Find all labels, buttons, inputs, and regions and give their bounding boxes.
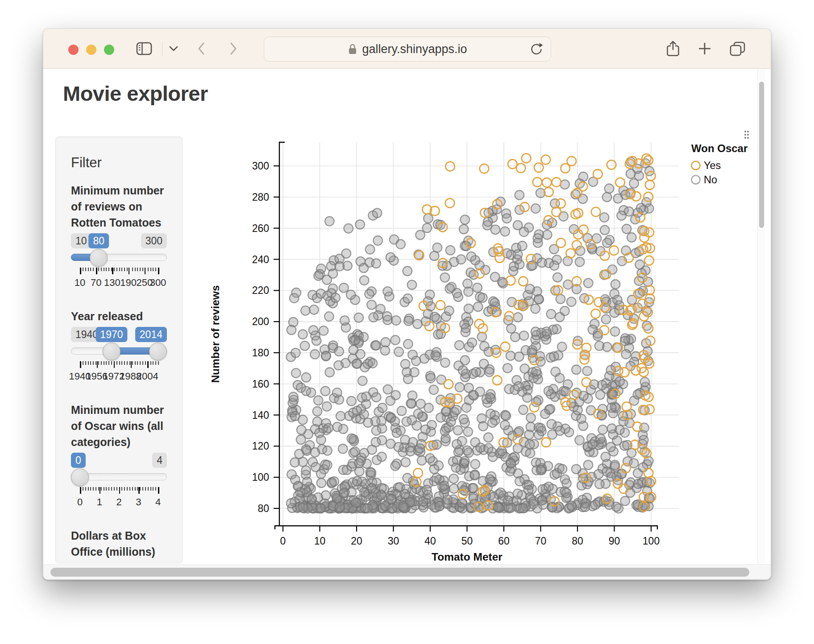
- scatter-point[interactable]: [645, 180, 655, 190]
- scatter-point[interactable]: [591, 207, 601, 217]
- zoom-window-button[interactable]: [104, 45, 114, 55]
- scatter-point[interactable]: [415, 251, 424, 260]
- scatter-point[interactable]: [567, 157, 576, 166]
- scatter-point[interactable]: [425, 322, 434, 331]
- scatter-point[interactable]: [638, 273, 647, 282]
- scatter-point[interactable]: [522, 154, 531, 163]
- scatter-point[interactable]: [640, 377, 650, 387]
- scatter-point[interactable]: [377, 491, 386, 500]
- scatter-point[interactable]: [415, 444, 425, 453]
- scatter-point[interactable]: [552, 207, 561, 217]
- scatter-point[interactable]: [617, 211, 626, 220]
- scatter-point[interactable]: [298, 330, 307, 339]
- scatter-point[interactable]: [609, 246, 619, 255]
- scatter-point[interactable]: [531, 327, 540, 337]
- scatter-point[interactable]: [640, 227, 649, 236]
- scatter-point[interactable]: [541, 438, 551, 447]
- scatter-point[interactable]: [372, 426, 381, 435]
- scatter-point[interactable]: [403, 339, 413, 349]
- scatter-point[interactable]: [469, 483, 478, 493]
- scatter-point[interactable]: [303, 477, 312, 487]
- scatter-point[interactable]: [502, 411, 511, 421]
- scatter-point[interactable]: [525, 285, 535, 294]
- scatter-point[interactable]: [351, 498, 361, 508]
- scatter-point[interactable]: [311, 462, 320, 472]
- scatter-point[interactable]: [310, 350, 320, 359]
- scatter-point[interactable]: [287, 499, 296, 508]
- scatter-point[interactable]: [475, 269, 485, 278]
- scatter-point[interactable]: [335, 502, 345, 512]
- scatter-point[interactable]: [533, 178, 542, 187]
- scatter-point[interactable]: [358, 376, 367, 386]
- scatter-point[interactable]: [443, 495, 453, 504]
- scatter-point[interactable]: [426, 373, 436, 383]
- scatter-point[interactable]: [614, 367, 623, 376]
- scatter-point[interactable]: [359, 264, 369, 273]
- scatter-point[interactable]: [339, 489, 349, 498]
- scatter-point[interactable]: [627, 233, 636, 242]
- scatter-point[interactable]: [513, 489, 523, 499]
- scatter-point[interactable]: [550, 497, 559, 506]
- scatter-point[interactable]: [421, 425, 430, 434]
- scatter-point[interactable]: [336, 412, 345, 421]
- scatter-point[interactable]: [296, 383, 306, 392]
- slider-handle[interactable]: [71, 468, 89, 486]
- scatter-point[interactable]: [486, 409, 495, 418]
- scatter-point[interactable]: [431, 351, 440, 360]
- scatter-point[interactable]: [495, 253, 505, 263]
- scatter-point[interactable]: [514, 382, 523, 391]
- scatter-point[interactable]: [440, 323, 450, 333]
- scatter-point[interactable]: [607, 424, 617, 433]
- scatter-point[interactable]: [372, 341, 381, 350]
- scatter-point[interactable]: [444, 306, 454, 316]
- scatter-point[interactable]: [440, 273, 450, 282]
- scatter-point[interactable]: [577, 414, 586, 424]
- scatter-point[interactable]: [404, 316, 413, 326]
- scatter-point[interactable]: [435, 501, 444, 511]
- scatter-point[interactable]: [363, 418, 373, 427]
- scatter-point[interactable]: [397, 406, 407, 416]
- scatter-point[interactable]: [500, 227, 510, 236]
- scatter-point[interactable]: [485, 367, 494, 377]
- scatter-point[interactable]: [556, 426, 565, 436]
- scatter-point[interactable]: [463, 446, 472, 455]
- scatter-point[interactable]: [584, 295, 594, 305]
- scatter-point[interactable]: [634, 159, 644, 168]
- scatter-point[interactable]: [615, 377, 624, 386]
- scatter-point[interactable]: [440, 358, 450, 367]
- scatter-point[interactable]: [549, 352, 559, 361]
- scatter-point[interactable]: [445, 198, 455, 208]
- scatter-point[interactable]: [461, 356, 470, 365]
- scatter-point[interactable]: [311, 448, 320, 457]
- back-button[interactable]: [192, 40, 210, 58]
- scatter-point[interactable]: [342, 249, 351, 258]
- scatter-point[interactable]: [401, 458, 411, 467]
- scatter-point[interactable]: [519, 277, 528, 286]
- new-tab-button[interactable]: [696, 40, 714, 58]
- scatter-point[interactable]: [402, 417, 411, 426]
- scatter-point[interactable]: [513, 313, 523, 322]
- scatter-point[interactable]: [467, 252, 476, 261]
- scatter-point[interactable]: [429, 385, 439, 395]
- scatter-point[interactable]: [386, 253, 395, 262]
- scatter-point[interactable]: [323, 460, 332, 470]
- scatter-point[interactable]: [453, 289, 462, 298]
- scatter-point[interactable]: [297, 425, 306, 435]
- scatter-point[interactable]: [464, 383, 473, 392]
- scatter-point[interactable]: [484, 444, 493, 453]
- scatter-point[interactable]: [474, 502, 483, 512]
- scatter-point[interactable]: [557, 342, 567, 351]
- scatter-point[interactable]: [462, 403, 471, 413]
- scatter-point[interactable]: [359, 410, 369, 419]
- scatter-point[interactable]: [492, 348, 501, 358]
- scatter-point[interactable]: [531, 204, 540, 213]
- sidebar-menu-button[interactable]: [165, 40, 183, 58]
- scatter-point[interactable]: [394, 347, 403, 357]
- scatter-point[interactable]: [321, 351, 331, 361]
- scatter-point[interactable]: [501, 342, 510, 351]
- scatter-point[interactable]: [633, 422, 642, 431]
- scatter-point[interactable]: [478, 324, 488, 333]
- scatter-point[interactable]: [594, 409, 603, 419]
- scatter-point[interactable]: [444, 380, 453, 389]
- scatter-point[interactable]: [627, 305, 636, 314]
